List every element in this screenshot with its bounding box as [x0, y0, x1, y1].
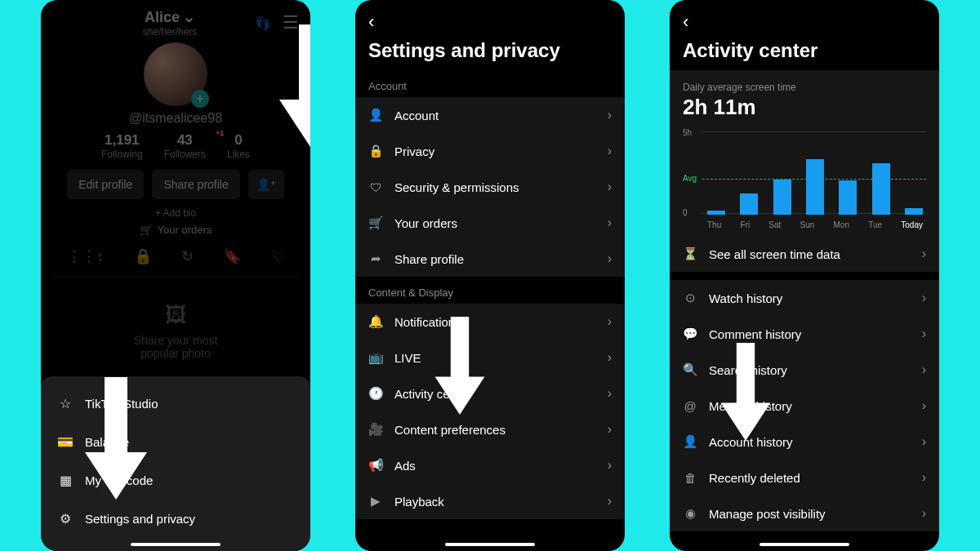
gear-icon: ⚙	[57, 511, 74, 527]
chevron-right-icon: ›	[608, 458, 612, 473]
row-see-all-screen-time[interactable]: ⏳See all screen time data›	[670, 236, 939, 272]
screen-time-subtitle: Daily average screen time	[683, 82, 926, 93]
chevron-right-icon: ›	[608, 108, 612, 122]
trash-icon: 🗑	[683, 471, 697, 485]
back-button[interactable]: ‹	[683, 11, 688, 33]
comment-icon: 💬	[683, 327, 697, 341]
sheet-item-balance[interactable]: 💳 Balance	[41, 423, 310, 461]
lock-tab-icon[interactable]: 🔒	[134, 247, 152, 265]
chevron-right-icon: ›	[608, 350, 612, 365]
photo-icon: 🖼	[134, 302, 218, 327]
cart-icon: 🛒	[140, 224, 153, 236]
megaphone-icon: 📢	[368, 458, 383, 473]
chevron-right-icon: ›	[922, 247, 926, 261]
chevron-right-icon: ›	[922, 291, 926, 305]
bookmark-tab-icon[interactable]: 🔖	[223, 247, 241, 265]
footprint-icon[interactable]: 👣	[255, 16, 271, 31]
chevron-right-icon: ›	[608, 144, 612, 158]
row-watch-history[interactable]: ⊙Watch history›	[670, 280, 939, 316]
home-indicator	[445, 543, 535, 546]
menu-bottom-sheet: ☆ TikTok Studio 💳 Balance ▦ My QR code ⚙…	[41, 376, 310, 551]
chart-xlabel-fri: Fri	[740, 220, 750, 229]
profile-name[interactable]: Alice ⌄	[145, 8, 195, 26]
home-indicator	[131, 543, 220, 546]
chevron-right-icon: ›	[608, 216, 612, 230]
avatar-add-icon[interactable]: +	[191, 90, 209, 108]
section-content-label: Content & Display	[355, 277, 625, 304]
back-button[interactable]: ‹	[368, 11, 374, 33]
stat-followers[interactable]: 43 Followers	[164, 132, 206, 160]
section-account-label: Account	[355, 70, 625, 97]
screen-activity-center: ‹ Activity center Daily average screen t…	[670, 0, 939, 551]
row-ads[interactable]: 📢Ads›	[355, 447, 625, 483]
row-mention-history[interactable]: @Mention history›	[670, 388, 939, 424]
studio-icon: ☆	[57, 396, 74, 411]
share-icon: ➦	[368, 251, 383, 266]
page-title: Settings and privacy	[355, 36, 625, 70]
chart-xlabel-tue: Tue	[868, 220, 882, 229]
live-icon: 📺	[368, 350, 383, 365]
repost-tab-icon[interactable]: ↻	[181, 247, 194, 265]
chevron-right-icon: ›	[608, 494, 612, 509]
chart-bar-fri	[740, 193, 758, 215]
share-profile-button[interactable]: Share profile	[152, 170, 239, 199]
sheet-item-qrcode[interactable]: ▦ My QR code	[41, 461, 310, 500]
row-comment-history[interactable]: 💬Comment history›	[670, 316, 939, 352]
eye-icon: ◉	[683, 506, 697, 521]
profile-tabstrip: ⋮⋮↕ 🔒 ↻ 🔖 ♡	[52, 236, 299, 278]
chart-xlabel-sun: Sun	[800, 220, 815, 229]
profile-name-text: Alice	[145, 9, 180, 26]
shield-icon: 🛡	[368, 180, 383, 194]
chart-avg-label: Avg	[683, 174, 697, 183]
row-share-profile[interactable]: ➦Share profile›	[355, 241, 625, 277]
chevron-right-icon: ›	[608, 251, 612, 266]
edit-profile-button[interactable]: Edit profile	[67, 170, 144, 199]
page-title: Activity center	[670, 36, 939, 70]
row-account[interactable]: 👤Account›	[355, 97, 625, 133]
search-icon: 🔍	[683, 362, 697, 377]
row-orders[interactable]: 🛒Your orders›	[355, 205, 625, 241]
stat-likes[interactable]: 0 Likes	[227, 132, 250, 160]
row-security[interactable]: 🛡Security & permissions›	[355, 169, 625, 205]
chevron-right-icon: ›	[922, 327, 926, 341]
row-recently-deleted[interactable]: 🗑Recently deleted›	[670, 460, 939, 495]
grid-tab-icon[interactable]: ⋮⋮↕	[67, 247, 104, 265]
chevron-right-icon: ›	[922, 398, 926, 413]
cart-icon: 🛒	[368, 216, 383, 230]
row-activity-center[interactable]: 🕐Activity center›	[355, 375, 625, 411]
profile-dimmed-area: Alice ⌄ she/her/hers 👣 ☰ + @itsmealicee9…	[41, 0, 310, 360]
sheet-item-studio[interactable]: ☆ TikTok Studio	[41, 384, 310, 423]
chevron-right-icon: ›	[608, 180, 612, 194]
screen-time-value: 2h 11m	[683, 95, 926, 120]
chevron-right-icon: ›	[922, 506, 926, 521]
clock-icon: 🕐	[368, 386, 383, 401]
your-orders-link[interactable]: 🛒 Your orders	[140, 224, 212, 236]
row-playback[interactable]: ▶Playback›	[355, 483, 625, 519]
row-content-prefs[interactable]: 🎥Content preferences›	[355, 411, 625, 447]
play-icon: ▶	[368, 494, 383, 509]
callout-arrow-watch-history	[719, 343, 773, 441]
add-friend-button[interactable]: 👤⁺	[248, 170, 284, 199]
chevron-down-icon: ⌄	[183, 8, 195, 26]
sheet-item-settings[interactable]: ⚙ Settings and privacy	[41, 500, 310, 538]
row-privacy[interactable]: 🔒Privacy›	[355, 133, 625, 169]
chart-bar-sun	[806, 159, 824, 215]
pronouns-text: she/her/hers	[143, 26, 198, 38]
row-search-history[interactable]: 🔍Search history›	[670, 352, 939, 388]
row-manage-visibility[interactable]: ◉Manage post visibility›	[670, 495, 939, 531]
row-live[interactable]: 📺LIVE›	[355, 340, 625, 375]
home-indicator	[760, 543, 849, 546]
heart-tab-icon[interactable]: ♡	[271, 247, 284, 265]
row-account-history[interactable]: 👤Account history›	[670, 424, 939, 460]
hourglass-icon: ⏳	[683, 247, 697, 261]
add-bio-button[interactable]: + Add bio	[155, 207, 196, 219]
stat-following[interactable]: 1,191 Following	[101, 132, 143, 160]
avatar[interactable]: +	[144, 42, 207, 106]
chart-bar-thu	[707, 211, 725, 215]
chart-xlabel-mon: Mon	[834, 220, 849, 229]
wallet-icon: 💳	[57, 434, 74, 450]
handle-text: @itsmealicee98	[129, 111, 222, 126]
row-notifications[interactable]: 🔔Notifications›	[355, 304, 625, 340]
chart-xlabel-thu: Thu	[707, 220, 721, 229]
screen-settings: ‹ Settings and privacy Account 👤Account›…	[355, 0, 625, 551]
